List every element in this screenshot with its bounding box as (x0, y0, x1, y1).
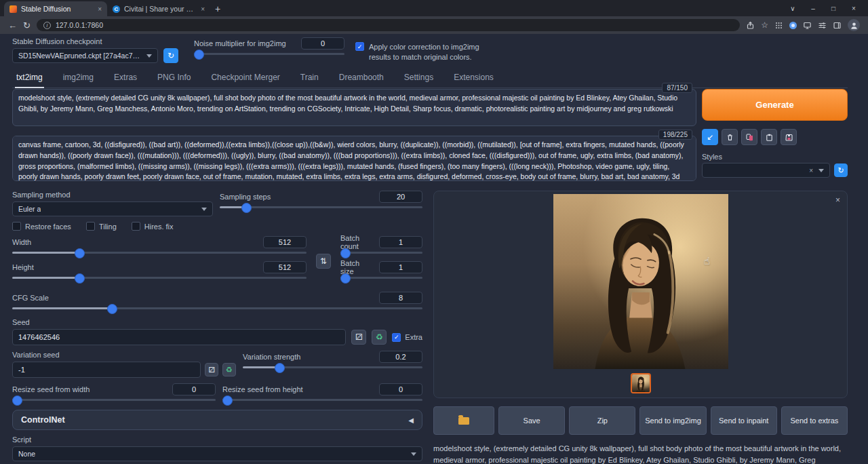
cast-icon[interactable] (803, 21, 812, 30)
resize-seed-width-value[interactable]: 0 (172, 383, 216, 395)
reuse-variation-seed-button[interactable]: ♻ (222, 363, 236, 376)
save-style-button[interactable] (781, 129, 797, 145)
chevron-down-icon (818, 169, 824, 172)
bookmark-star-icon[interactable]: ☆ (761, 20, 768, 30)
random-seed-button[interactable]: ⚂ (351, 330, 366, 345)
refresh-styles-button[interactable]: ↻ (834, 163, 848, 177)
variation-seed-input[interactable] (12, 362, 201, 378)
restore-faces-checkbox[interactable]: Restore faces (12, 222, 71, 231)
color-correction-checkbox[interactable] (355, 42, 364, 51)
side-panel-icon[interactable] (833, 21, 842, 30)
apps-grid-icon[interactable] (774, 21, 783, 30)
extra-seed-checkbox[interactable]: Extra (392, 333, 422, 342)
batch-size-slider[interactable] (340, 273, 422, 282)
browser-toolbar: ← ↻ i 127.0.0.1:7860 ☆ (0, 16, 868, 34)
swap-width-height-button[interactable]: ⇅ (316, 254, 331, 269)
browser-tab-civitai[interactable]: C Civitai | Share your models × (107, 1, 210, 16)
clear-styles-icon[interactable]: × (809, 167, 814, 174)
record-circle-icon[interactable] (789, 22, 797, 29)
browser-tab-stable-diffusion[interactable]: Stable Diffusion × (4, 1, 107, 16)
resize-seed-height-value[interactable]: 0 (379, 383, 422, 395)
controlnet-accordion[interactable]: ControlNet ◀ (12, 410, 422, 430)
reuse-seed-button[interactable]: ♻ (372, 330, 387, 345)
tab-checkpoint-merger[interactable]: Checkpoint Merger (210, 69, 281, 88)
window-maximize-icon[interactable]: □ (823, 0, 844, 16)
close-gallery-icon[interactable]: × (835, 195, 840, 205)
tab-txt2img[interactable]: txt2img (15, 69, 44, 88)
reload-icon[interactable]: ↻ (23, 21, 31, 30)
cfg-scale-value[interactable]: 8 (379, 292, 422, 304)
browser-tab-title: Civitai | Share your models (124, 5, 197, 13)
cfg-scale-slider[interactable] (12, 303, 422, 313)
hires-fix-checkbox[interactable]: Hires. fix (132, 222, 174, 231)
variation-strength-label: Variation strength (243, 353, 300, 361)
generated-image[interactable] (553, 194, 728, 369)
negative-prompt-input[interactable]: canvas frame, cartoon, 3d, ((disfigured)… (12, 136, 696, 181)
gallery-thumbnail[interactable] (631, 373, 651, 393)
noise-multiplier-slider[interactable] (194, 49, 344, 58)
tune-sliders-icon[interactable] (818, 21, 827, 30)
window-minimize-icon[interactable]: – (803, 0, 823, 16)
tiling-checkbox[interactable]: Tiling (86, 222, 117, 231)
sampling-method-value: Euler a (18, 205, 41, 213)
folder-icon (458, 417, 469, 425)
window-close-icon[interactable]: × (844, 0, 864, 16)
stable-diffusion-webui: Stable Diffusion checkpoint SD15NewVAEpr… (0, 34, 868, 464)
seed-input[interactable] (12, 329, 346, 345)
height-slider[interactable] (12, 273, 307, 282)
tab-settings[interactable]: Settings (403, 69, 435, 88)
generate-button[interactable]: Generate (702, 89, 848, 121)
open-output-folder-button[interactable] (433, 406, 494, 435)
refresh-checkpoint-button[interactable]: ↻ (163, 48, 178, 63)
sampling-steps-label: Sampling steps (220, 193, 271, 201)
width-value[interactable]: 512 (263, 236, 307, 248)
back-icon[interactable]: ← (8, 21, 17, 30)
app-header: Stable Diffusion checkpoint SD15NewVAEpr… (12, 37, 848, 63)
save-button[interactable]: Save (498, 406, 565, 435)
batch-size-value[interactable]: 1 (379, 261, 422, 273)
checkpoint-dropdown[interactable]: SD15NewVAEpruned.ckpt [27a4ac756c] (12, 48, 158, 63)
batch-count-slider[interactable] (340, 248, 422, 257)
variation-strength-value[interactable]: 0.2 (379, 351, 422, 363)
tab-dreambooth[interactable]: Dreambooth (338, 69, 385, 88)
send-to-inpaint-button[interactable]: Send to inpaint (711, 406, 777, 435)
tab-png-info[interactable]: PNG Info (156, 69, 192, 88)
variation-strength-slider[interactable] (243, 362, 422, 372)
extra-networks-button[interactable] (741, 129, 757, 145)
sampling-method-dropdown[interactable]: Euler a (12, 201, 213, 216)
script-dropdown[interactable]: None (12, 446, 422, 461)
profile-avatar[interactable] (848, 19, 860, 31)
cards-icon (745, 133, 754, 142)
resize-seed-width-slider[interactable] (12, 395, 216, 404)
random-variation-seed-button[interactable]: ⚂ (205, 363, 218, 376)
tab-extensions[interactable]: Extensions (452, 69, 495, 88)
stable-diffusion-favicon-icon (9, 5, 17, 13)
styles-dropdown[interactable]: × (702, 163, 830, 178)
address-bar[interactable]: i 127.0.0.1:7860 (37, 19, 740, 31)
resize-seed-height-slider[interactable] (222, 395, 422, 404)
apply-style-button[interactable] (761, 129, 777, 145)
sampling-steps-value[interactable]: 20 (379, 191, 422, 203)
batch-count-value[interactable]: 1 (379, 236, 422, 248)
share-icon[interactable] (746, 21, 755, 30)
site-info-icon[interactable]: i (43, 22, 51, 29)
height-value[interactable]: 512 (263, 261, 307, 273)
zip-button[interactable]: Zip (569, 406, 635, 435)
tab-search-icon[interactable]: ∨ (783, 0, 803, 16)
tab-train[interactable]: Train (299, 69, 320, 88)
tab-img2img[interactable]: img2img (62, 69, 95, 88)
prompt-input[interactable]: modelshoot style, (extremely detailed CG… (12, 89, 696, 126)
tab-extras[interactable]: Extras (113, 69, 138, 88)
noise-multiplier-value[interactable]: 0 (301, 37, 344, 50)
send-to-extras-button[interactable]: Send to extras (781, 406, 848, 435)
resize-seed-height-label: Resize seed from height (222, 385, 303, 393)
dice-icon: ⚂ (208, 366, 215, 374)
tab-close-icon[interactable]: × (98, 5, 102, 13)
new-tab-button[interactable]: + (210, 1, 225, 16)
width-slider[interactable] (12, 248, 307, 257)
clear-prompt-button[interactable] (722, 129, 738, 145)
sampling-steps-slider[interactable] (220, 202, 422, 212)
paste-params-button[interactable]: ↙ (702, 129, 718, 145)
send-to-img2img-button[interactable]: Send to img2img (639, 406, 706, 435)
tab-close-icon[interactable]: × (201, 5, 205, 13)
